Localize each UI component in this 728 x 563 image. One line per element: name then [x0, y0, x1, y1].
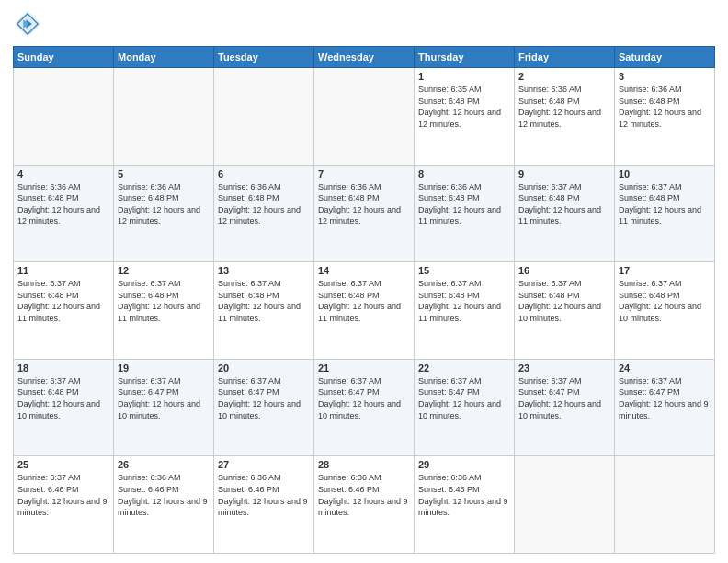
day-info: Sunrise: 6:37 AM Sunset: 6:48 PM Dayligh…	[17, 278, 109, 324]
calendar-week-row: 25Sunrise: 6:37 AM Sunset: 6:46 PM Dayli…	[14, 456, 715, 554]
day-info: Sunrise: 6:37 AM Sunset: 6:46 PM Dayligh…	[17, 472, 109, 518]
day-info: Sunrise: 6:36 AM Sunset: 6:46 PM Dayligh…	[218, 472, 310, 518]
day-info: Sunrise: 6:36 AM Sunset: 6:48 PM Dayligh…	[17, 181, 109, 227]
calendar-cell	[114, 68, 214, 166]
calendar-week-row: 18Sunrise: 6:37 AM Sunset: 6:48 PM Dayli…	[14, 359, 715, 456]
calendar-cell: 29Sunrise: 6:36 AM Sunset: 6:45 PM Dayli…	[415, 456, 515, 554]
calendar-cell: 24Sunrise: 6:37 AM Sunset: 6:47 PM Dayli…	[615, 359, 715, 456]
day-number: 12	[118, 265, 210, 276]
logo	[13, 9, 46, 39]
calendar-cell: 12Sunrise: 6:37 AM Sunset: 6:48 PM Dayli…	[114, 262, 214, 360]
day-number: 10	[619, 168, 711, 179]
calendar-header-row: SundayMondayTuesdayWednesdayThursdayFrid…	[14, 47, 715, 68]
day-number: 8	[418, 168, 510, 179]
day-number: 28	[318, 459, 410, 470]
calendar-cell: 25Sunrise: 6:37 AM Sunset: 6:46 PM Dayli…	[14, 456, 114, 554]
day-info: Sunrise: 6:37 AM Sunset: 6:47 PM Dayligh…	[418, 375, 510, 421]
calendar-week-row: 1Sunrise: 6:35 AM Sunset: 6:48 PM Daylig…	[14, 68, 715, 166]
day-info: Sunrise: 6:37 AM Sunset: 6:47 PM Dayligh…	[318, 375, 410, 421]
day-number: 9	[518, 168, 610, 179]
calendar-cell	[314, 68, 415, 166]
page: SundayMondayTuesdayWednesdayThursdayFrid…	[0, 0, 728, 563]
calendar-cell: 16Sunrise: 6:37 AM Sunset: 6:48 PM Dayli…	[515, 262, 615, 360]
day-number: 19	[118, 362, 210, 373]
day-number: 3	[619, 71, 711, 82]
header	[13, 9, 715, 39]
day-number: 1	[418, 71, 510, 82]
calendar-table: SundayMondayTuesdayWednesdayThursdayFrid…	[13, 46, 715, 554]
calendar-cell: 19Sunrise: 6:37 AM Sunset: 6:47 PM Dayli…	[114, 359, 214, 456]
calendar-cell: 1Sunrise: 6:35 AM Sunset: 6:48 PM Daylig…	[415, 68, 515, 166]
day-number: 15	[418, 265, 510, 276]
calendar-cell: 22Sunrise: 6:37 AM Sunset: 6:47 PM Dayli…	[415, 359, 515, 456]
calendar-cell: 8Sunrise: 6:36 AM Sunset: 6:48 PM Daylig…	[415, 165, 515, 262]
calendar-week-row: 4Sunrise: 6:36 AM Sunset: 6:48 PM Daylig…	[14, 165, 715, 262]
day-number: 27	[218, 459, 310, 470]
day-info: Sunrise: 6:37 AM Sunset: 6:48 PM Dayligh…	[518, 181, 610, 227]
day-info: Sunrise: 6:36 AM Sunset: 6:46 PM Dayligh…	[118, 472, 210, 518]
calendar-cell: 2Sunrise: 6:36 AM Sunset: 6:48 PM Daylig…	[515, 68, 615, 166]
day-info: Sunrise: 6:37 AM Sunset: 6:48 PM Dayligh…	[17, 375, 109, 421]
calendar-cell: 23Sunrise: 6:37 AM Sunset: 6:47 PM Dayli…	[515, 359, 615, 456]
day-info: Sunrise: 6:36 AM Sunset: 6:48 PM Dayligh…	[118, 181, 210, 227]
day-info: Sunrise: 6:36 AM Sunset: 6:48 PM Dayligh…	[318, 181, 410, 227]
day-info: Sunrise: 6:37 AM Sunset: 6:47 PM Dayligh…	[118, 375, 210, 421]
day-number: 5	[118, 168, 210, 179]
calendar-cell: 9Sunrise: 6:37 AM Sunset: 6:48 PM Daylig…	[515, 165, 615, 262]
calendar-cell	[515, 456, 615, 554]
day-number: 18	[17, 362, 109, 373]
day-info: Sunrise: 6:36 AM Sunset: 6:48 PM Dayligh…	[619, 84, 711, 130]
logo-icon	[13, 9, 42, 39]
calendar-cell: 14Sunrise: 6:37 AM Sunset: 6:48 PM Dayli…	[314, 262, 415, 360]
calendar-cell: 21Sunrise: 6:37 AM Sunset: 6:47 PM Dayli…	[314, 359, 415, 456]
calendar-cell: 27Sunrise: 6:36 AM Sunset: 6:46 PM Dayli…	[214, 456, 314, 554]
calendar-weekday-thursday: Thursday	[415, 47, 515, 68]
day-info: Sunrise: 6:36 AM Sunset: 6:45 PM Dayligh…	[418, 472, 510, 518]
calendar-weekday-sunday: Sunday	[14, 47, 114, 68]
calendar-weekday-wednesday: Wednesday	[314, 47, 415, 68]
day-number: 17	[619, 265, 711, 276]
day-info: Sunrise: 6:37 AM Sunset: 6:48 PM Dayligh…	[518, 278, 610, 324]
day-info: Sunrise: 6:36 AM Sunset: 6:48 PM Dayligh…	[418, 181, 510, 227]
day-info: Sunrise: 6:37 AM Sunset: 6:48 PM Dayligh…	[118, 278, 210, 324]
day-info: Sunrise: 6:37 AM Sunset: 6:48 PM Dayligh…	[619, 278, 711, 324]
day-number: 4	[17, 168, 109, 179]
calendar-weekday-friday: Friday	[515, 47, 615, 68]
day-info: Sunrise: 6:37 AM Sunset: 6:47 PM Dayligh…	[518, 375, 610, 421]
day-info: Sunrise: 6:36 AM Sunset: 6:46 PM Dayligh…	[318, 472, 410, 518]
calendar-cell	[14, 68, 114, 166]
day-info: Sunrise: 6:36 AM Sunset: 6:48 PM Dayligh…	[218, 181, 310, 227]
day-info: Sunrise: 6:35 AM Sunset: 6:48 PM Dayligh…	[418, 84, 510, 130]
day-number: 11	[17, 265, 109, 276]
day-info: Sunrise: 6:36 AM Sunset: 6:48 PM Dayligh…	[518, 84, 610, 130]
day-number: 2	[518, 71, 610, 82]
day-info: Sunrise: 6:37 AM Sunset: 6:48 PM Dayligh…	[619, 181, 711, 227]
day-number: 21	[318, 362, 410, 373]
calendar-weekday-saturday: Saturday	[615, 47, 715, 68]
calendar-cell: 28Sunrise: 6:36 AM Sunset: 6:46 PM Dayli…	[314, 456, 415, 554]
calendar-cell: 15Sunrise: 6:37 AM Sunset: 6:48 PM Dayli…	[415, 262, 515, 360]
day-number: 23	[518, 362, 610, 373]
calendar-weekday-monday: Monday	[114, 47, 214, 68]
day-number: 13	[218, 265, 310, 276]
calendar-cell	[214, 68, 314, 166]
day-info: Sunrise: 6:37 AM Sunset: 6:47 PM Dayligh…	[619, 375, 711, 421]
day-info: Sunrise: 6:37 AM Sunset: 6:48 PM Dayligh…	[318, 278, 410, 324]
day-info: Sunrise: 6:37 AM Sunset: 6:48 PM Dayligh…	[418, 278, 510, 324]
calendar-cell	[615, 456, 715, 554]
day-number: 24	[619, 362, 711, 373]
calendar-cell: 17Sunrise: 6:37 AM Sunset: 6:48 PM Dayli…	[615, 262, 715, 360]
day-info: Sunrise: 6:37 AM Sunset: 6:47 PM Dayligh…	[218, 375, 310, 421]
calendar-week-row: 11Sunrise: 6:37 AM Sunset: 6:48 PM Dayli…	[14, 262, 715, 360]
calendar-cell: 7Sunrise: 6:36 AM Sunset: 6:48 PM Daylig…	[314, 165, 415, 262]
calendar-cell: 4Sunrise: 6:36 AM Sunset: 6:48 PM Daylig…	[14, 165, 114, 262]
day-number: 7	[318, 168, 410, 179]
day-number: 29	[418, 459, 510, 470]
day-info: Sunrise: 6:37 AM Sunset: 6:48 PM Dayligh…	[218, 278, 310, 324]
calendar-cell: 3Sunrise: 6:36 AM Sunset: 6:48 PM Daylig…	[615, 68, 715, 166]
day-number: 6	[218, 168, 310, 179]
calendar-weekday-tuesday: Tuesday	[214, 47, 314, 68]
day-number: 20	[218, 362, 310, 373]
calendar-cell: 26Sunrise: 6:36 AM Sunset: 6:46 PM Dayli…	[114, 456, 214, 554]
calendar-cell: 11Sunrise: 6:37 AM Sunset: 6:48 PM Dayli…	[14, 262, 114, 360]
